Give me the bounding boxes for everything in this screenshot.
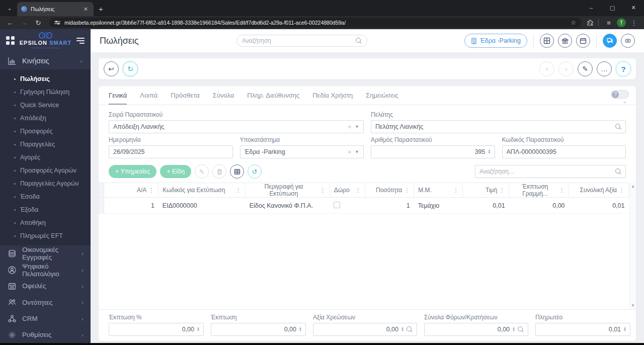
- sidebar-item-apothiki[interactable]: Αποθήκη: [0, 216, 91, 229]
- sidebar-section-oikonomikes[interactable]: Οικονομικές Εγγραφές ›: [0, 245, 91, 262]
- tab-synola[interactable]: Σύνολα: [213, 92, 234, 105]
- sidebar-item-prosfores[interactable]: Προσφορές: [0, 125, 91, 138]
- sidebar-item-paraggelies[interactable]: Παραγγελίες: [0, 138, 91, 151]
- sidebar-item-exoda[interactable]: Έξοδα: [0, 203, 91, 216]
- sidebar-item-prosfores-agoron[interactable]: Προσφορές Αγορών: [0, 164, 91, 177]
- column-menu-icon[interactable]: ⋮: [404, 187, 410, 194]
- spinner-icon[interactable]: ▴▾: [513, 327, 515, 332]
- more-button[interactable]: …: [597, 61, 612, 76]
- delete-line-button[interactable]: [212, 164, 226, 179]
- doc-code-input[interactable]: [507, 148, 622, 155]
- search-icon[interactable]: [518, 326, 524, 332]
- address-bar[interactable]: midasbeta.epsilonnet.gr/3bb6e77f-6f62-a9…: [49, 18, 581, 28]
- col-mm[interactable]: Μ.Μ.⋮: [414, 183, 463, 198]
- discount-pct-box[interactable]: ▴▾: [109, 323, 204, 336]
- prev-record-button[interactable]: ‹: [539, 61, 554, 76]
- clear-icon[interactable]: ✕: [348, 124, 352, 130]
- maximize-button[interactable]: ▢: [602, 0, 623, 15]
- branch-input[interactable]: [245, 148, 345, 155]
- spinner-icon[interactable]: ▴▾: [299, 327, 301, 332]
- bookmark-star-icon[interactable]: ☆: [571, 19, 576, 26]
- add-services-button[interactable]: + Υπηρεσίες: [109, 165, 156, 178]
- spinner-icon[interactable]: ▴▾: [624, 327, 626, 332]
- col-price[interactable]: Τιμή⋮: [463, 183, 509, 198]
- vertical-scrollbar[interactable]: ▲ ▼: [629, 183, 636, 309]
- column-menu-icon[interactable]: ⋮: [499, 187, 505, 194]
- chat-button[interactable]: [603, 34, 617, 48]
- extensions-icon[interactable]: [586, 19, 594, 27]
- doc-code-box[interactable]: [502, 145, 626, 158]
- tab-search-icon[interactable]: ⌄: [3, 2, 16, 15]
- sidebar-item-esoda[interactable]: Έσοδα: [0, 190, 91, 203]
- window-grid-button[interactable]: [540, 34, 554, 48]
- tab-close-icon[interactable]: ✕: [82, 6, 90, 13]
- col-aa[interactable]: A/A⋮: [104, 183, 158, 198]
- tab-genika[interactable]: Γενικά: [109, 92, 127, 105]
- help-toggle[interactable]: ?: [611, 90, 629, 99]
- column-menu-icon[interactable]: ⋮: [355, 187, 361, 194]
- tab-plir-dieythynsis[interactable]: Πληρ. Διεύθυνσης: [247, 92, 299, 105]
- sidebar-item-apodeixi[interactable]: Απόδειξη: [0, 112, 91, 125]
- column-menu-icon[interactable]: ⋮: [559, 187, 565, 194]
- gift-checkbox[interactable]: [334, 202, 340, 208]
- sidebar-item-agores[interactable]: Αγορές: [0, 151, 91, 164]
- calendar-button[interactable]: [576, 34, 590, 48]
- column-menu-icon[interactable]: ⋮: [453, 187, 458, 194]
- tab-loipa[interactable]: Λοιπά: [140, 92, 157, 105]
- customer-lookup[interactable]: [371, 120, 626, 133]
- taxes-box[interactable]: ▴▾: [424, 323, 528, 336]
- back-button[interactable]: ↩: [104, 61, 119, 76]
- customer-input[interactable]: [375, 123, 612, 130]
- bank-button[interactable]: [558, 34, 572, 48]
- col-total[interactable]: Συνολική Αξία⋮: [569, 183, 629, 198]
- edit-button[interactable]: ✎: [578, 61, 593, 76]
- table-row[interactable]: 1 ΕΙΔ0000000 Είδος Κανονικό Φ.Π.Α. 1 Τεμ…: [99, 198, 629, 214]
- column-menu-icon[interactable]: ⋮: [320, 187, 326, 194]
- sidebar-item-paraggelies-agoron[interactable]: Παραγγελίες Αγορών: [0, 177, 91, 190]
- column-menu-icon[interactable]: ⋮: [148, 187, 154, 194]
- tab-pedia-xristi[interactable]: Πεδία Χρήστη: [312, 92, 353, 105]
- doc-number-input[interactable]: [375, 148, 485, 155]
- next-record-button[interactable]: ›: [558, 61, 574, 76]
- reading-list-icon[interactable]: ≡: [603, 19, 615, 27]
- col-qty[interactable]: Ποσότητα⋮: [365, 183, 414, 198]
- hamburger-icon[interactable]: [76, 38, 85, 44]
- sidebar-section-ontotites[interactable]: Οντότητες ›: [0, 294, 91, 310]
- col-code[interactable]: Κωδικός για Εκτύπωση⋮: [158, 183, 246, 198]
- sidebar-section-crm[interactable]: CRM ›: [0, 310, 91, 326]
- tab-simeioseis[interactable]: Σημειώσεις: [366, 92, 398, 105]
- charges-box[interactable]: ▴▾: [313, 323, 417, 336]
- lines-search-input[interactable]: [479, 168, 612, 175]
- add-items-button[interactable]: + Είδη: [160, 165, 191, 178]
- scroll-up-icon[interactable]: ▲: [631, 184, 635, 189]
- forward-icon[interactable]: →: [18, 19, 30, 27]
- date-input-box[interactable]: [109, 145, 233, 158]
- branch-button[interactable]: Έδρα -Parking: [464, 34, 527, 48]
- sidebar-group-kiniseis[interactable]: Κινήσεις ⌄: [0, 52, 91, 69]
- epsilon-account-button[interactable]: [621, 34, 635, 48]
- lines-search[interactable]: [475, 165, 626, 178]
- sidebar-item-quick-service[interactable]: Quick Service: [0, 99, 91, 112]
- chevron-down-icon[interactable]: ▼: [355, 149, 359, 154]
- column-menu-icon[interactable]: ⋮: [619, 187, 624, 194]
- discount-pct-input[interactable]: [113, 326, 194, 333]
- taxes-input[interactable]: [429, 326, 510, 333]
- series-input[interactable]: [113, 123, 345, 130]
- chevron-down-icon[interactable]: ▼: [355, 124, 359, 129]
- spinner-icon[interactable]: ▴▾: [488, 149, 490, 154]
- minimize-button[interactable]: –: [581, 0, 602, 15]
- close-button[interactable]: ✕: [623, 0, 644, 15]
- search-icon[interactable]: [615, 124, 621, 130]
- sidebar-section-ofeiles[interactable]: Οφειλές ›: [0, 278, 91, 294]
- sidebar-item-grigori-polisi[interactable]: Γρήγορη Πώληση: [0, 85, 91, 99]
- spinner-icon[interactable]: ▴▾: [401, 327, 404, 332]
- sidebar-item-poliseis[interactable]: Πωλήσεις: [0, 72, 91, 85]
- search-icon[interactable]: [407, 326, 413, 332]
- history-button[interactable]: ↺: [248, 164, 262, 179]
- global-search-input[interactable]: [242, 37, 353, 44]
- series-select[interactable]: ✕ ▼: [109, 120, 364, 133]
- refresh-button[interactable]: ↻: [123, 61, 138, 76]
- back-icon[interactable]: ←: [4, 19, 16, 27]
- col-line-discount[interactable]: Έκπτωση Γραμμή...⋮: [509, 183, 569, 198]
- payable-input[interactable]: [540, 326, 621, 333]
